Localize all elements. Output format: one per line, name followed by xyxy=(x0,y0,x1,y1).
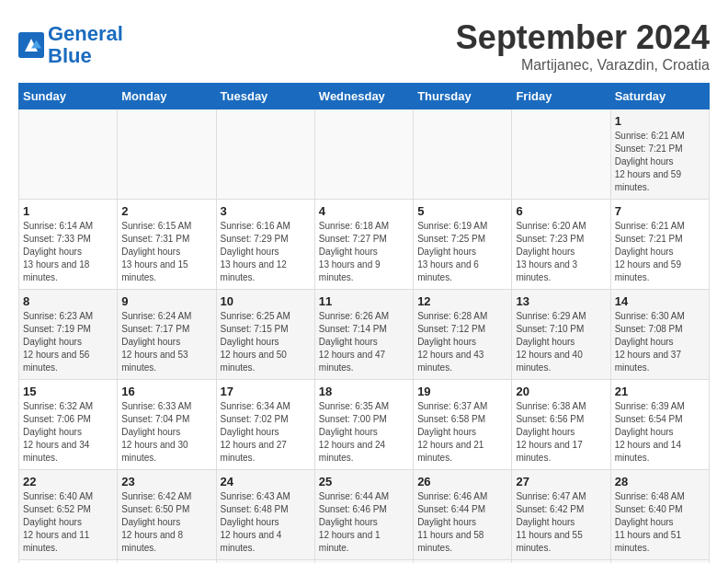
day-number: 2 xyxy=(121,204,211,218)
calendar-cell: 7 Sunrise: 6:21 AM Sunset: 7:21 PM Dayli… xyxy=(610,200,709,290)
calendar-cell: 2 Sunrise: 6:15 AM Sunset: 7:31 PM Dayli… xyxy=(118,200,216,290)
day-info: Sunrise: 6:26 AM Sunset: 7:14 PM Dayligh… xyxy=(319,310,409,374)
calendar-week-row: 1 Sunrise: 6:21 AM Sunset: 7:21 PM Dayli… xyxy=(19,109,710,200)
day-info: Sunrise: 6:25 AM Sunset: 7:15 PM Dayligh… xyxy=(221,310,311,374)
calendar-cell xyxy=(19,109,118,200)
calendar-cell: 5 Sunrise: 6:19 AM Sunset: 7:25 PM Dayli… xyxy=(414,200,512,290)
day-info: Sunrise: 6:34 AM Sunset: 7:02 PM Dayligh… xyxy=(221,400,311,465)
calendar-cell: 1 Sunrise: 6:21 AM Sunset: 7:21 PM Dayli… xyxy=(610,109,709,200)
day-number: 16 xyxy=(121,385,211,398)
day-info: Sunrise: 6:44 AM Sunset: 6:46 PM Dayligh… xyxy=(319,490,409,555)
calendar-cell xyxy=(314,109,413,200)
calendar-cell: 8 Sunrise: 6:23 AM Sunset: 7:19 PM Dayli… xyxy=(19,290,118,380)
weekday-header-friday: Friday xyxy=(512,84,610,109)
day-number: 17 xyxy=(221,385,311,398)
day-info: Sunrise: 6:21 AM Sunset: 7:21 PM Dayligh… xyxy=(615,130,705,194)
day-info: Sunrise: 6:30 AM Sunset: 7:08 PM Dayligh… xyxy=(615,310,705,374)
day-info: Sunrise: 6:46 AM Sunset: 6:44 PM Dayligh… xyxy=(417,490,507,555)
day-number: 25 xyxy=(319,475,409,488)
calendar-cell: 29 Sunrise: 6:49 AM Sunset: 6:38 PM Dayl… xyxy=(19,560,118,564)
day-info: Sunrise: 6:35 AM Sunset: 7:00 PM Dayligh… xyxy=(319,400,409,465)
day-info: Sunrise: 6:23 AM Sunset: 7:19 PM Dayligh… xyxy=(23,310,113,374)
day-number: 1 xyxy=(23,204,113,218)
day-info: Sunrise: 6:39 AM Sunset: 6:54 PM Dayligh… xyxy=(615,400,705,465)
day-number: 7 xyxy=(615,204,705,218)
calendar-cell xyxy=(314,560,413,564)
day-info: Sunrise: 6:28 AM Sunset: 7:12 PM Dayligh… xyxy=(417,310,507,374)
calendar-cell: 10 Sunrise: 6:25 AM Sunset: 7:15 PM Dayl… xyxy=(216,290,314,380)
day-number: 24 xyxy=(221,475,311,488)
day-number: 27 xyxy=(516,475,606,488)
day-number: 12 xyxy=(417,294,507,308)
calendar-cell: 26 Sunrise: 6:46 AM Sunset: 6:44 PM Dayl… xyxy=(414,470,512,560)
day-info: Sunrise: 6:33 AM Sunset: 7:04 PM Dayligh… xyxy=(121,400,211,465)
calendar-cell xyxy=(216,109,314,200)
day-number: 14 xyxy=(615,294,705,308)
day-info: Sunrise: 6:20 AM Sunset: 7:23 PM Dayligh… xyxy=(516,220,606,284)
day-info: Sunrise: 6:16 AM Sunset: 7:29 PM Dayligh… xyxy=(221,220,311,284)
calendar-cell: 3 Sunrise: 6:16 AM Sunset: 7:29 PM Dayli… xyxy=(216,200,314,290)
logo-icon xyxy=(18,32,44,58)
location: Martijanec, Varazdin, Croatia xyxy=(456,57,710,74)
day-number: 11 xyxy=(319,294,409,308)
calendar-cell xyxy=(414,109,512,200)
day-info: Sunrise: 6:42 AM Sunset: 6:50 PM Dayligh… xyxy=(121,490,211,555)
calendar-week-row: 8 Sunrise: 6:23 AM Sunset: 7:19 PM Dayli… xyxy=(19,290,710,380)
calendar-cell: 20 Sunrise: 6:38 AM Sunset: 6:56 PM Dayl… xyxy=(512,380,610,470)
calendar-cell: 25 Sunrise: 6:44 AM Sunset: 6:46 PM Dayl… xyxy=(314,470,413,560)
day-number: 15 xyxy=(23,385,113,398)
day-info: Sunrise: 6:15 AM Sunset: 7:31 PM Dayligh… xyxy=(121,220,211,284)
day-info: Sunrise: 6:18 AM Sunset: 7:27 PM Dayligh… xyxy=(319,220,409,284)
calendar-week-row: 22 Sunrise: 6:40 AM Sunset: 6:52 PM Dayl… xyxy=(19,470,710,560)
logo-text: General Blue xyxy=(48,23,123,67)
day-number: 28 xyxy=(615,475,705,488)
weekday-header-sunday: Sunday xyxy=(19,84,118,109)
calendar-cell: 19 Sunrise: 6:37 AM Sunset: 6:58 PM Dayl… xyxy=(414,380,512,470)
calendar-cell: 30 Sunrise: 6:51 AM Sunset: 6:36 PM Dayl… xyxy=(118,560,216,564)
calendar-cell: 27 Sunrise: 6:47 AM Sunset: 6:42 PM Dayl… xyxy=(512,470,610,560)
day-info: Sunrise: 6:32 AM Sunset: 7:06 PM Dayligh… xyxy=(23,400,113,465)
day-number: 5 xyxy=(417,204,507,218)
calendar-cell: 28 Sunrise: 6:48 AM Sunset: 6:40 PM Dayl… xyxy=(610,470,709,560)
day-number: 20 xyxy=(516,385,606,398)
day-number: 22 xyxy=(23,475,113,488)
month-title: September 2024 xyxy=(456,18,710,57)
calendar-cell: 14 Sunrise: 6:30 AM Sunset: 7:08 PM Dayl… xyxy=(610,290,709,380)
title-block: September 2024 Martijanec, Varazdin, Cro… xyxy=(456,18,710,74)
day-number: 6 xyxy=(516,204,606,218)
calendar-cell: 15 Sunrise: 6:32 AM Sunset: 7:06 PM Dayl… xyxy=(19,380,118,470)
day-number: 1 xyxy=(615,114,705,128)
day-info: Sunrise: 6:48 AM Sunset: 6:40 PM Dayligh… xyxy=(615,490,705,555)
day-info: Sunrise: 6:38 AM Sunset: 6:56 PM Dayligh… xyxy=(516,400,606,465)
day-number: 3 xyxy=(221,204,311,218)
calendar-week-row: 15 Sunrise: 6:32 AM Sunset: 7:06 PM Dayl… xyxy=(19,380,710,470)
weekday-header-tuesday: Tuesday xyxy=(216,84,314,109)
calendar-week-row: 1 Sunrise: 6:14 AM Sunset: 7:33 PM Dayli… xyxy=(19,200,710,290)
day-number: 8 xyxy=(23,294,113,308)
calendar-cell xyxy=(610,560,709,564)
calendar-cell xyxy=(512,109,610,200)
day-info: Sunrise: 6:24 AM Sunset: 7:17 PM Dayligh… xyxy=(121,310,211,374)
calendar-cell xyxy=(216,560,314,564)
day-number: 18 xyxy=(319,385,409,398)
calendar-cell: 6 Sunrise: 6:20 AM Sunset: 7:23 PM Dayli… xyxy=(512,200,610,290)
day-number: 4 xyxy=(319,204,409,218)
weekday-header-wednesday: Wednesday xyxy=(314,84,413,109)
calendar-cell xyxy=(118,109,216,200)
weekday-header-saturday: Saturday xyxy=(610,84,709,109)
day-number: 21 xyxy=(615,385,705,398)
day-number: 10 xyxy=(221,294,311,308)
calendar-cell: 24 Sunrise: 6:43 AM Sunset: 6:48 PM Dayl… xyxy=(216,470,314,560)
calendar-cell: 22 Sunrise: 6:40 AM Sunset: 6:52 PM Dayl… xyxy=(19,470,118,560)
weekday-header-thursday: Thursday xyxy=(414,84,512,109)
day-number: 13 xyxy=(516,294,606,308)
weekday-header-monday: Monday xyxy=(118,84,216,109)
day-number: 19 xyxy=(417,385,507,398)
calendar-cell: 4 Sunrise: 6:18 AM Sunset: 7:27 PM Dayli… xyxy=(314,200,413,290)
logo: General Blue xyxy=(18,23,123,67)
calendar-cell: 17 Sunrise: 6:34 AM Sunset: 7:02 PM Dayl… xyxy=(216,380,314,470)
day-number: 9 xyxy=(121,294,211,308)
logo-general: General xyxy=(48,22,123,45)
calendar-cell xyxy=(512,560,610,564)
day-info: Sunrise: 6:29 AM Sunset: 7:10 PM Dayligh… xyxy=(516,310,606,374)
